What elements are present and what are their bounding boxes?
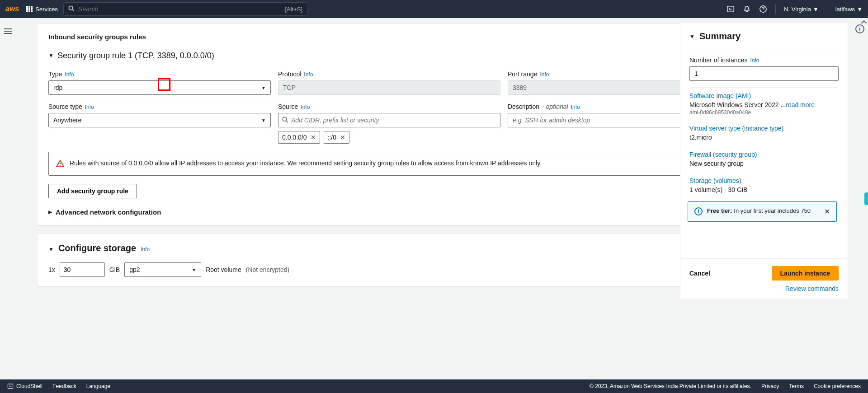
- storage-panel: ▼ Configure storage Info Advanced 1x GiB…: [37, 234, 741, 286]
- optional-label: - optional: [542, 103, 568, 110]
- rule-title: Security group rule 1 (TCP, 3389, 0.0.0.…: [57, 51, 214, 61]
- notifications-icon[interactable]: [743, 5, 751, 13]
- num-instances-info-link[interactable]: Info: [750, 57, 759, 64]
- type-info-link[interactable]: Info: [65, 71, 74, 78]
- services-label: Services: [35, 6, 58, 13]
- search-icon: [68, 5, 75, 13]
- svg-point-7: [60, 165, 61, 166]
- source-type-label: Source type: [48, 103, 82, 110]
- summary-panel: ▼ Summary Number of instances Info Softw…: [680, 23, 848, 299]
- chevron-right-icon: ▶: [48, 209, 52, 215]
- num-instances-label: Number of instances: [689, 56, 747, 64]
- portrange-info-link[interactable]: Info: [540, 71, 549, 78]
- summary-instance-type-link[interactable]: Virtual server type (instance type): [689, 125, 835, 132]
- launch-button[interactable]: Launch instance: [772, 266, 839, 281]
- summary-firewall-link[interactable]: Firewall (security group): [689, 151, 835, 158]
- summary-ami-link[interactable]: Software Image (AMI): [689, 92, 835, 99]
- search-box[interactable]: [Alt+S]: [63, 2, 307, 16]
- summary-scroll[interactable]: Software Image (AMI) Microsoft Windows S…: [680, 88, 848, 258]
- chevron-down-icon: ▼: [261, 118, 266, 123]
- svg-point-4: [283, 117, 287, 121]
- summary-instance-type-value: t2.micro: [689, 134, 835, 141]
- help-panel-toggle[interactable]: i: [855, 24, 864, 33]
- services-button[interactable]: Services: [26, 6, 58, 13]
- chevron-down-icon: ▼: [192, 267, 196, 272]
- search-icon: [282, 117, 288, 124]
- close-icon[interactable]: ✕: [340, 134, 345, 141]
- close-icon[interactable]: ✕: [824, 207, 830, 216]
- chevron-down-icon: ▼: [261, 85, 266, 90]
- summary-ami-text: Microsoft Windows Server 2022 ...read mo…: [689, 101, 835, 108]
- right-rail: i: [852, 24, 868, 33]
- inbound-rules-title: Inbound security groups rules: [48, 33, 730, 41]
- source-token: ::/0 ✕: [324, 131, 349, 144]
- summary-storage-link[interactable]: Storage (volumes): [689, 177, 835, 184]
- info-icon: i: [694, 207, 703, 215]
- advanced-network-toggle[interactable]: ▶ Advanced network configuration: [48, 208, 730, 216]
- portrange-label: Port range: [508, 70, 537, 78]
- help-icon[interactable]: [759, 5, 767, 13]
- search-shortcut: [Alt+S]: [285, 6, 302, 13]
- aws-logo[interactable]: aws: [5, 5, 19, 13]
- cloudshell-icon[interactable]: [726, 5, 735, 13]
- description-label: Description: [508, 103, 539, 110]
- summary-firewall-value: New security group: [689, 160, 835, 167]
- storage-gib: GiB: [109, 266, 120, 273]
- source-type-info-link[interactable]: Info: [85, 104, 94, 110]
- protocol-field: TCP: [278, 80, 500, 95]
- svg-point-0: [69, 6, 73, 10]
- free-tier-alert: i Free tier: In your first year includes…: [688, 201, 837, 222]
- review-commands-link[interactable]: Review commands: [689, 285, 839, 292]
- source-token: 0.0.0.0/0 ✕: [278, 131, 320, 144]
- storage-size-input[interactable]: [60, 262, 105, 277]
- storage-root: Root volume: [206, 266, 241, 273]
- storage-encrypt: (Not encrypted): [246, 266, 289, 273]
- type-label: Type: [48, 70, 62, 78]
- top-nav: aws Services [Alt+S] N. Virginia ▼ latif…: [0, 0, 868, 18]
- source-label: Source: [278, 103, 298, 110]
- summary-ami-id: ami-0d86c69530d0a048e: [689, 109, 835, 116]
- summary-header[interactable]: ▼ Summary: [680, 23, 848, 50]
- storage-collapse-icon[interactable]: ▼: [48, 246, 54, 253]
- readmore-link[interactable]: read more: [786, 101, 815, 108]
- description-info-link[interactable]: Info: [571, 104, 580, 110]
- type-select[interactable]: rdp ▼: [48, 80, 271, 95]
- close-icon[interactable]: ✕: [311, 134, 316, 141]
- free-tier-text: Free tier: In your first year includes 7…: [707, 207, 820, 214]
- storage-type-select[interactable]: gp2 ▼: [124, 262, 201, 277]
- scroll-up-icon[interactable]: [861, 19, 867, 25]
- source-info-link[interactable]: Info: [301, 104, 310, 110]
- source-type-select[interactable]: Anywhere ▼: [48, 113, 271, 127]
- rule-collapse-icon[interactable]: ▼: [48, 52, 54, 59]
- add-rule-button[interactable]: Add security group rule: [48, 184, 137, 198]
- cancel-button[interactable]: Cancel: [689, 270, 710, 277]
- num-instances-input[interactable]: [689, 66, 839, 81]
- protocol-label: Protocol: [278, 70, 301, 78]
- warning-alert: Rules with source of 0.0.0.0/0 allow all…: [48, 152, 730, 176]
- svg-line-5: [287, 121, 288, 122]
- source-input[interactable]: [278, 113, 500, 127]
- user-menu[interactable]: latifaws ▼: [835, 6, 863, 13]
- search-input[interactable]: [78, 5, 285, 13]
- storage-qty: 1x: [48, 266, 55, 273]
- source-search-field[interactable]: [291, 117, 496, 124]
- left-rail: [0, 24, 16, 38]
- storage-title: Configure storage: [58, 243, 136, 253]
- hamburger-icon[interactable]: [1, 24, 15, 38]
- security-group-panel: Inbound security groups rules ▼ Security…: [37, 23, 741, 225]
- summary-storage-value: 1 volume(s) - 30 GiB: [689, 186, 835, 193]
- warning-icon: [56, 159, 64, 169]
- storage-info-link[interactable]: Info: [141, 246, 150, 253]
- side-marker[interactable]: [864, 192, 868, 205]
- protocol-info-link[interactable]: Info: [304, 71, 313, 78]
- region-selector[interactable]: N. Virginia ▼: [784, 6, 819, 13]
- warning-text: Rules with source of 0.0.0.0/0 allow all…: [70, 159, 710, 168]
- svg-line-1: [73, 9, 75, 11]
- chevron-down-icon: ▼: [689, 33, 695, 40]
- services-grid-icon: [26, 6, 33, 12]
